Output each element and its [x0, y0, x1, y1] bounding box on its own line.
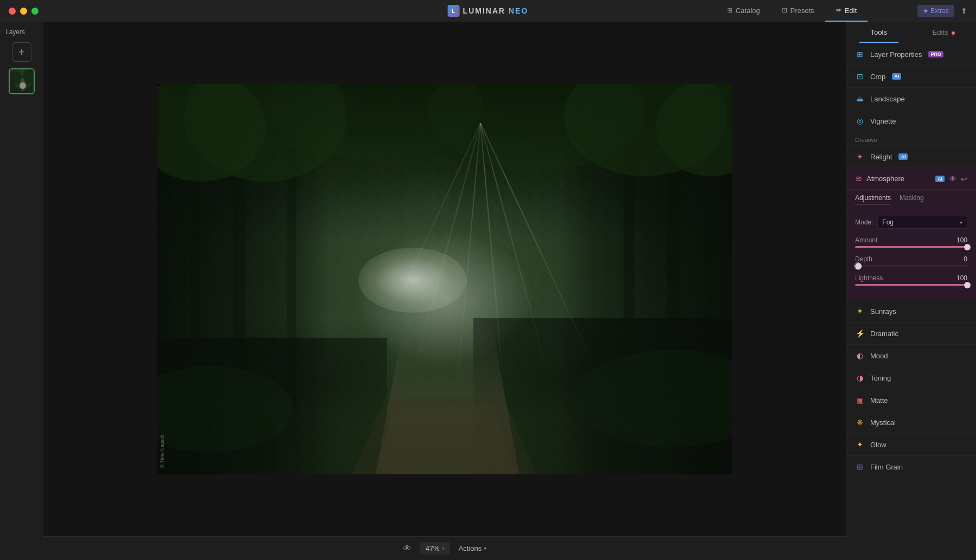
tool-item-matte[interactable]: ▣ Matte — [846, 389, 976, 411]
depth-label-row: Depth 0 — [855, 255, 967, 263]
film-grain-label: Film Grain — [870, 463, 903, 471]
tool-item-toning[interactable]: ◑ Toning — [846, 367, 976, 389]
tool-item-film-grain[interactable]: ⊞ Film Grain — [846, 456, 976, 478]
tool-item-mood[interactable]: ◐ Mood — [846, 345, 976, 367]
lightness-control: Lightness 100 — [855, 274, 967, 286]
window-controls — [9, 8, 38, 15]
adjustments-tab[interactable]: Adjustments — [855, 194, 891, 204]
layer-properties-icon: ⊞ — [855, 49, 865, 59]
atmosphere-panel: ≋ Atmosphere AI 👁 ↩ Adjustments Masking … — [846, 168, 976, 300]
atmosphere-header: ≋ Atmosphere AI 👁 ↩ — [846, 168, 976, 190]
close-button[interactable] — [9, 8, 16, 15]
zoom-value: 47% — [426, 544, 440, 552]
tool-item-crop[interactable]: ⊡ Crop AI — [846, 66, 976, 88]
landscape-icon: ⛰ — [855, 94, 865, 104]
depth-control: Depth 0 — [855, 255, 967, 267]
mood-icon: ◐ — [855, 351, 865, 361]
watermark: © Timo Nausch — [159, 434, 165, 468]
depth-slider[interactable] — [855, 265, 967, 267]
amount-slider-thumb[interactable] — [964, 244, 971, 250]
tool-item-landscape[interactable]: ⛰ Landscape — [846, 88, 976, 110]
svg-marker-22 — [374, 404, 515, 474]
nav-tabs: ⊞ Catalog ⊡ Presets ✏ Edit — [716, 0, 868, 22]
app-logo: L LUMINAR NEO — [448, 5, 529, 17]
atmosphere-sub-tabs: Adjustments Masking — [846, 190, 976, 209]
amount-control: Amount 100 — [855, 236, 967, 248]
share-icon[interactable]: ⬆ — [961, 7, 967, 15]
layer-thumbnail[interactable] — [9, 68, 35, 94]
dramatic-icon: ⚡ — [855, 329, 865, 338]
zoom-chevron-icon: ▾ — [442, 545, 445, 551]
canvas-area: © Timo Nausch 👁 47% ▾ Actions ▾ — [43, 22, 846, 560]
atmosphere-visibility-icon[interactable]: 👁 — [949, 175, 956, 183]
minimize-button[interactable] — [20, 8, 27, 15]
toning-label: Toning — [870, 374, 891, 382]
sunrays-icon: ✶ — [855, 306, 865, 316]
tools-tab[interactable]: Tools — [846, 22, 911, 43]
add-layer-button[interactable]: + — [12, 42, 31, 62]
sunrays-label: Sunrays — [870, 307, 896, 316]
atmosphere-title: Atmosphere — [866, 175, 930, 183]
relight-icon: ✦ — [855, 152, 865, 162]
lightness-slider-thumb[interactable] — [964, 282, 971, 288]
forest-image: © Timo Nausch — [157, 84, 732, 474]
relight-badge: AI — [898, 153, 908, 160]
landscape-label: Landscape — [870, 95, 905, 103]
crop-label: Crop — [870, 73, 885, 81]
svg-point-6 — [20, 82, 26, 89]
vignette-icon: ◎ — [855, 116, 865, 126]
panel-tabs: Tools Edits — [846, 22, 976, 43]
masking-tab[interactable]: Masking — [900, 194, 924, 204]
foliage-svg — [157, 84, 732, 474]
tool-item-sunrays[interactable]: ✶ Sunrays — [846, 300, 976, 323]
image-container: © Timo Nausch — [43, 22, 846, 536]
film-grain-icon: ⊞ — [855, 462, 865, 472]
main-layout: Layers + — [0, 22, 976, 560]
edits-dot-indicator — [952, 31, 955, 35]
presets-tab[interactable]: ⊡ Presets — [771, 0, 825, 22]
visibility-toggle[interactable]: 👁 — [403, 544, 412, 553]
layer-properties-label: Layer Properties — [870, 50, 922, 59]
amount-slider-fill — [855, 246, 967, 248]
amount-label: Amount — [855, 236, 877, 244]
titlebar-right: ★ Extras ⬆ — [917, 0, 967, 22]
edits-tab[interactable]: Edits — [911, 22, 977, 43]
layer-properties-badge: PRO — [928, 51, 943, 57]
layer-thumb-image — [10, 69, 34, 93]
tool-item-layer-properties[interactable]: ⊞ Layer Properties PRO — [846, 43, 976, 66]
vignette-label: Vignette — [870, 117, 896, 125]
depth-cursor-indicator — [854, 262, 862, 270]
dramatic-label: Dramatic — [870, 330, 898, 338]
tool-item-glow[interactable]: ✦ Glow — [846, 434, 976, 456]
tool-item-mystical[interactable]: ❋ Mystical — [846, 411, 976, 434]
tool-item-vignette[interactable]: ◎ Vignette — [846, 110, 976, 132]
layers-sidebar: Layers + — [0, 22, 43, 560]
layer-preview-svg — [10, 69, 35, 94]
presets-icon: ⊡ — [782, 7, 787, 14]
tool-item-relight[interactable]: ✦ Relight AI — [846, 146, 976, 168]
lightness-value: 100 — [956, 274, 967, 282]
mode-select[interactable]: Fog ▾ — [877, 216, 967, 229]
right-panel: Tools Edits ⊞ Layer Properties PRO ⊡ Cro… — [846, 22, 976, 560]
svg-point-20 — [575, 350, 732, 447]
actions-button[interactable]: Actions ▾ — [459, 544, 487, 552]
edit-tab[interactable]: ✏ Edit — [825, 0, 868, 22]
atmosphere-badge: AI — [935, 176, 945, 182]
tool-item-dramatic[interactable]: ⚡ Dramatic — [846, 323, 976, 345]
glow-icon: ✦ — [855, 440, 865, 449]
mystical-label: Mystical — [870, 419, 896, 427]
bottom-bar: 👁 47% ▾ Actions ▾ — [43, 536, 846, 560]
catalog-tab[interactable]: ⊞ Catalog — [716, 0, 771, 22]
relight-label: Relight — [870, 153, 892, 161]
maximize-button[interactable] — [31, 8, 38, 15]
lightness-slider[interactable] — [855, 284, 967, 286]
presets-label: Presets — [791, 7, 814, 15]
amount-slider[interactable] — [855, 246, 967, 248]
zoom-control[interactable]: 47% ▾ — [420, 542, 450, 555]
extras-button[interactable]: ★ Extras — [917, 5, 954, 17]
toning-icon: ◑ — [855, 373, 865, 383]
atmosphere-actions: 👁 ↩ — [949, 175, 967, 183]
actions-label: Actions — [459, 544, 482, 552]
atmosphere-reset-icon[interactable]: ↩ — [961, 175, 967, 183]
crop-icon: ⊡ — [855, 72, 865, 81]
